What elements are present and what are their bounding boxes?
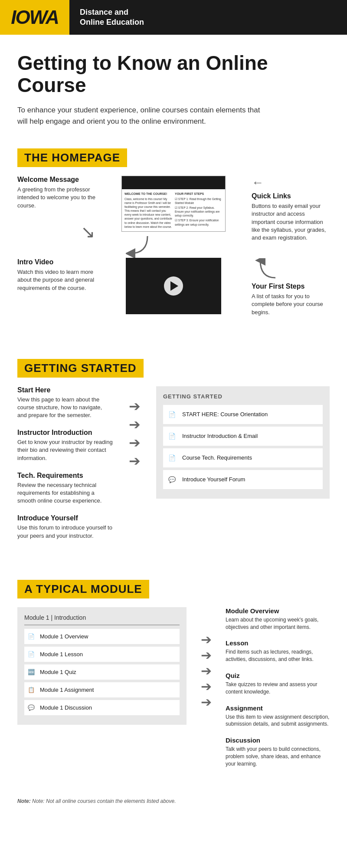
tm-right-assignment-title: Assignment	[226, 704, 330, 712]
course-mockup: WELCOME TO THE COURSE! Class, welcome to…	[121, 176, 226, 232]
page-description: To enhance your student experience, onli…	[17, 105, 269, 127]
assignment-icon: 📋	[28, 687, 35, 693]
tm-label-discussion: Module 1 Discussion	[40, 704, 92, 711]
doc-icon-2: 📄	[167, 431, 177, 441]
gs-tech-desc: Review the necessary technical requireme…	[17, 481, 113, 505]
gs-arrow-1: ➔	[129, 399, 141, 413]
doc-icon-overview: 📄	[28, 633, 35, 640]
tm-right-discussion: Discussion Talk with your peers to build…	[226, 736, 330, 767]
page-intro: Getting to Know an Online Course To enha…	[0, 35, 347, 135]
gs-start-here-title: Start Here	[17, 386, 113, 394]
doc-icon-3: 📄	[167, 453, 177, 463]
first-steps-text: A list of tasks for you to complete befo…	[252, 293, 330, 316]
tm-right-lesson-desc: Find items such as lectures, readings, a…	[226, 648, 330, 663]
quiz-icon: 🆕	[28, 669, 35, 675]
tm-arrow-1: ➔	[201, 633, 212, 646]
first-steps-block: Your First Steps A list of tasks for you…	[247, 254, 330, 329]
getting-started-section: Start Here View this page to learn about…	[0, 386, 347, 567]
tm-left-col: Module 1 | Introduction 📄 Module 1 Overv…	[17, 607, 187, 725]
gs-list-item-1[interactable]: 📄 START HERE: Course Orientation	[163, 405, 323, 424]
typical-module-layout: Module 1 | Introduction 📄 Module 1 Overv…	[17, 607, 330, 776]
tm-item-lesson[interactable]: 📄 Module 1 Lesson	[24, 647, 180, 662]
tm-right-assignment-desc: Use this item to view assignment descrip…	[226, 713, 330, 728]
gs-right-col: GETTING STARTED 📄 START HERE: Course Ori…	[156, 386, 330, 499]
tm-right-lesson-title: Lesson	[226, 639, 330, 647]
header-subtitle: Distance and Online Education	[69, 0, 154, 35]
tm-module-title: Module 1 | Introduction	[24, 614, 180, 625]
gs-arrow-3: ➔	[129, 436, 141, 450]
tm-arrow-5: ➔	[201, 696, 212, 709]
typical-module-section: Module 1 | Introduction 📄 Module 1 Overv…	[0, 607, 347, 794]
homepage-diagram: Welcome Message A greeting from the prof…	[17, 176, 330, 329]
tm-item-quiz[interactable]: 🆕 Module 1 Quiz	[24, 664, 180, 680]
homepage-badge: THE HOMEPAGE	[17, 148, 127, 167]
tm-item-assignment[interactable]: 📋 Module 1 Assignment	[24, 682, 180, 697]
first-steps-title: Your First Steps	[252, 283, 330, 290]
gs-list-label-2: Instructor Introduction & Email	[182, 433, 258, 439]
gs-list-label-3: Course Tech. Requirements	[182, 454, 252, 461]
tm-right-overview-desc: Learn about the upcoming week's goals, o…	[226, 616, 330, 631]
gs-list-item-4[interactable]: 💬 Introduce Yourself Forum	[163, 470, 323, 489]
arrow-first-steps	[252, 258, 330, 280]
subtitle-text: Distance and Online Education	[80, 7, 144, 28]
intro-video-block: Intro Video Watch this video to learn mo…	[17, 254, 100, 329]
arrow-welcome: ↘	[17, 222, 95, 242]
tm-right-discussion-desc: Talk with your peers to build connection…	[226, 746, 330, 767]
quick-links-title: Quick Links	[252, 192, 330, 200]
tm-right-quiz-desc: Take quizzes to review and assess your c…	[226, 681, 330, 696]
homepage-center: WELCOME TO THE COURSE! Class, welcome to…	[100, 176, 247, 329]
arrow-quick-links: ←	[252, 176, 330, 190]
tm-right-overview: Module Overview Learn about the upcoming…	[226, 607, 330, 631]
intro-video-player[interactable]	[126, 258, 221, 314]
gs-arrow-4: ➔	[129, 454, 141, 468]
gs-item-tech: Tech. Requirements Review the necessary …	[17, 472, 113, 505]
play-button[interactable]	[164, 276, 183, 296]
doc-icon-lesson: 📄	[28, 651, 35, 658]
play-icon	[170, 281, 178, 291]
homepage-section: Welcome Message A greeting from the prof…	[0, 176, 347, 346]
tm-right-overview-title: Module Overview	[226, 607, 330, 615]
arrow-down-left	[121, 232, 226, 258]
tm-label-assignment: Module 1 Assignment	[40, 687, 94, 693]
tm-right-assignment: Assignment Use this item to view assignm…	[226, 704, 330, 728]
gs-arrows-col: ➔ ➔ ➔ ➔	[121, 386, 147, 468]
typical-module-badge: A TYPICAL MODULE	[17, 580, 149, 598]
welcome-message-block: Welcome Message A greeting from the prof…	[17, 176, 100, 254]
header: IOWA Distance and Online Education	[0, 0, 347, 35]
logo-text: IOWA	[11, 7, 58, 28]
gs-tech-title: Tech. Requirements	[17, 472, 113, 480]
intro-video-text: Watch this video to learn more about the…	[17, 268, 95, 292]
gs-introduce-title: Introduce Yourself	[17, 514, 113, 522]
welcome-message-desc: Welcome Message A greeting from the prof…	[17, 176, 95, 210]
tm-arrows-col: ➔ ➔ ➔ ➔ ➔	[195, 607, 217, 709]
tm-label-lesson: Module 1 Lesson	[40, 651, 83, 658]
tm-right-quiz-title: Quiz	[226, 672, 330, 679]
gs-item-introduce: Introduce Yourself Use this forum to int…	[17, 514, 113, 539]
logo-area: IOWA	[0, 0, 69, 35]
tm-arrow-2: ➔	[201, 649, 212, 662]
gs-instructor-desc: Get to know your instructor by reading t…	[17, 438, 113, 462]
tm-arrow-4: ➔	[201, 680, 212, 693]
gs-list-item-3[interactable]: 📄 Course Tech. Requirements	[163, 448, 323, 467]
gs-introduce-desc: Use this forum to introduce yourself to …	[17, 524, 113, 539]
gs-list-label-4: Introduce Yourself Forum	[182, 476, 245, 483]
gs-left-col: Start Here View this page to learn about…	[17, 386, 113, 549]
discussion-icon: 💬	[28, 704, 35, 711]
tm-right-discussion-title: Discussion	[226, 736, 330, 744]
tm-right-lesson: Lesson Find items such as lectures, read…	[226, 639, 330, 663]
gs-list-label-1: START HERE: Course Orientation	[182, 411, 268, 418]
footer-note: Note: Note: Not all online courses conta…	[0, 794, 347, 817]
page-title: Getting to Know an Online Course	[17, 52, 330, 96]
gs-list-item-2[interactable]: 📄 Instructor Introduction & Email	[163, 427, 323, 446]
intro-video-title: Intro Video	[17, 258, 95, 266]
gs-item-instructor: Instructor Introduction Get to know your…	[17, 429, 113, 462]
tm-item-overview[interactable]: 📄 Module 1 Overview	[24, 629, 180, 644]
tm-right-quiz: Quiz Take quizzes to review and assess y…	[226, 672, 330, 696]
tm-item-discussion[interactable]: 💬 Module 1 Discussion	[24, 700, 180, 715]
gs-instructor-title: Instructor Introduction	[17, 429, 113, 437]
getting-started-badge: GETTING STARTED	[17, 359, 144, 378]
getting-started-layout: Start Here View this page to learn about…	[17, 386, 330, 549]
tm-label-overview: Module 1 Overview	[40, 633, 88, 640]
welcome-message-text: A greeting from the professor intended t…	[17, 186, 95, 210]
gs-module-title: GETTING STARTED	[163, 393, 323, 400]
